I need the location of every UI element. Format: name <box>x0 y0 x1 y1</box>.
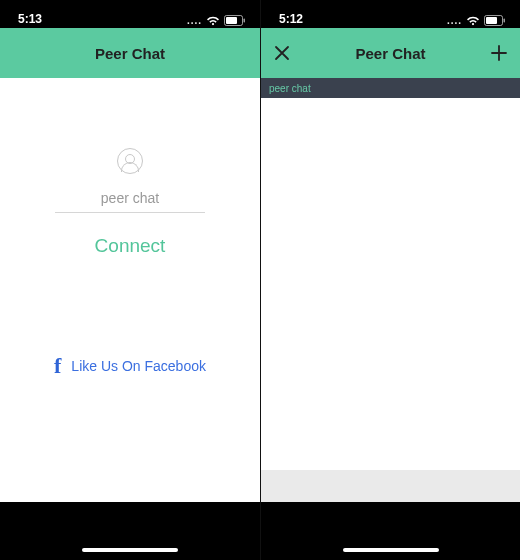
phone-right: 5:12 .... Peer Chat peer chat <box>260 0 520 560</box>
battery-icon <box>224 15 246 26</box>
wifi-icon <box>466 16 480 26</box>
svg-rect-1 <box>226 17 237 24</box>
status-right: .... <box>447 15 506 26</box>
chat-area <box>261 98 520 470</box>
svg-rect-5 <box>504 19 506 23</box>
status-bar: 5:12 .... <box>261 0 520 28</box>
plus-icon <box>489 43 509 63</box>
home-bar <box>261 502 520 560</box>
status-time: 5:13 <box>18 12 42 26</box>
app-bar: Peer Chat <box>0 28 260 78</box>
username-input[interactable] <box>55 186 205 213</box>
avatar-icon <box>117 148 143 174</box>
battery-icon <box>484 15 506 26</box>
app-title: Peer Chat <box>355 45 425 62</box>
facebook-icon: f <box>54 355 61 377</box>
wifi-icon <box>206 16 220 26</box>
connect-button[interactable]: Connect <box>95 235 166 257</box>
svg-rect-4 <box>486 17 497 24</box>
peer-row[interactable]: peer chat <box>261 78 520 98</box>
phone-left: 5:13 .... Peer Chat Connect f Like Us On… <box>0 0 260 560</box>
facebook-label: Like Us On Facebook <box>71 358 206 374</box>
status-time: 5:12 <box>279 12 303 26</box>
home-indicator-icon <box>343 548 439 552</box>
login-screen: Connect f Like Us On Facebook <box>0 78 260 502</box>
message-input-bar[interactable] <box>261 470 520 502</box>
home-indicator-icon <box>82 548 178 552</box>
peer-row-label: peer chat <box>269 83 311 94</box>
status-bar: 5:13 .... <box>0 0 260 28</box>
app-title: Peer Chat <box>95 45 165 62</box>
add-button[interactable] <box>478 28 520 78</box>
close-button[interactable] <box>261 28 303 78</box>
facebook-link[interactable]: f Like Us On Facebook <box>54 355 206 377</box>
status-right: .... <box>187 15 246 26</box>
cellular-icon: .... <box>447 15 462 26</box>
cellular-icon: .... <box>187 15 202 26</box>
svg-rect-2 <box>244 19 246 23</box>
home-bar <box>0 502 260 560</box>
app-bar: Peer Chat <box>261 28 520 78</box>
close-icon <box>273 44 291 62</box>
